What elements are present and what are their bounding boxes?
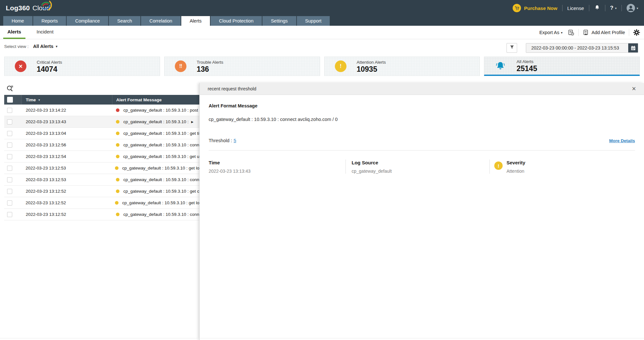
add-alert-profile-label: Add Alert Profile [592, 30, 625, 35]
row-message-cell: cp_gateway_default : 10.59.3.10 : conn [112, 212, 199, 217]
filter-button[interactable] [507, 43, 517, 53]
table-row[interactable]: 2022-03-23 13:12:54 cp_gateway_default :… [4, 151, 199, 162]
field-label: Severity [507, 160, 525, 166]
all-alerts-card[interactable]: All Alerts 25145 [484, 57, 640, 76]
view-dropdown[interactable]: All Alerts [33, 44, 53, 49]
page-bottom-divider [0, 338, 644, 338]
row-checkbox[interactable] [7, 142, 12, 148]
tab-correlation[interactable]: Correlation [141, 16, 181, 26]
attention-alerts-card[interactable]: ! Attention Alerts 10935 [324, 57, 480, 76]
row-message: cp_gateway_default : 10.59.3.10 : get c [123, 189, 199, 194]
table-row[interactable]: 2022-03-23 13:14:22 cp_gateway_default :… [4, 105, 199, 116]
header-divider [621, 5, 622, 11]
tab-support[interactable]: Support [297, 16, 330, 26]
table-row[interactable]: 2022-03-23 13:13:04 cp_gateway_default :… [4, 128, 199, 139]
row-checkbox[interactable] [7, 189, 12, 194]
subtab-alerts[interactable]: Alerts [3, 26, 25, 39]
alerts-subnav: Alerts Incident Export As ▾ [0, 26, 644, 39]
chevron-down-icon: ▾ [637, 6, 638, 10]
add-alert-profile-button[interactable]: Add Alert Profile [582, 29, 625, 36]
logo-swoosh-icon [39, 0, 53, 12]
chevron-down-icon[interactable]: ▾ [56, 44, 58, 49]
row-message: cp_gateway_default : 10.59.3.10 : get lo [122, 166, 199, 170]
row-message-cell: cp_gateway_default : 10.59.3.10 : post [112, 108, 199, 113]
row-time: 2022-03-23 13:12:52 [22, 200, 111, 205]
row-time: 2022-03-23 13:12:52 [22, 212, 112, 217]
tab-reports[interactable]: Reports [33, 16, 66, 26]
threshold-label: Threshold : [209, 138, 232, 143]
table-row[interactable]: 2022-03-23 13:12:52 cp_gateway_default :… [4, 197, 199, 209]
row-checkbox[interactable] [7, 200, 12, 206]
field-log-source: Log Source cp_gateway_default [346, 160, 489, 174]
license-button[interactable]: License [567, 5, 584, 11]
row-time: 2022-03-23 13:12:53 [22, 166, 111, 170]
row-time: 2022-03-23 13:12:56 [22, 142, 112, 147]
select-all-checkbox[interactable] [7, 97, 13, 103]
trouble-alerts-card[interactable]: !! Trouble Alerts 136 [164, 57, 320, 76]
row-message: cp_gateway_default : 10.59.3.10 : get u [123, 154, 199, 159]
schedule-export-button[interactable] [568, 29, 574, 36]
trouble-icon: !! [175, 60, 186, 72]
row-checkbox[interactable] [7, 154, 12, 159]
field-label: Log Source [352, 160, 392, 166]
date-range-picker[interactable]: 2022-03-23 00:00:00 - 2022-03-23 13:15:5… [526, 43, 638, 53]
header-checkbox-cell [4, 95, 22, 105]
settings-gear-button[interactable] [633, 29, 640, 36]
field-value: 2022-03-23 13:13:43 [209, 169, 251, 174]
table-row[interactable]: 2022-03-23 13:12:52 cp_gateway_default :… [4, 209, 199, 220]
tab-home[interactable]: Home [3, 16, 33, 26]
tab-cloud-protection[interactable]: Cloud Protection [211, 16, 262, 26]
row-message: cp_gateway_default : 10.59.3.10 : get ti [123, 131, 199, 136]
subtab-incident[interactable]: Incident [33, 26, 58, 39]
card-text: All Alerts 25145 [516, 59, 537, 73]
row-checkbox[interactable] [7, 166, 12, 171]
export-as-button[interactable]: Export As ▾ [539, 30, 563, 35]
critical-alerts-card[interactable]: × Critical Alerts 14074 [4, 57, 160, 76]
tab-settings[interactable]: Settings [262, 16, 296, 26]
detail-panel-title: recent request threshold [208, 86, 256, 91]
severity-dot-icon [116, 178, 119, 181]
search-icon[interactable] [6, 85, 14, 94]
severity-dot-icon [116, 143, 119, 147]
help-menu-button[interactable]: ? ▾ [610, 5, 617, 11]
calendar-button[interactable] [628, 43, 638, 52]
tab-compliance[interactable]: Compliance [67, 16, 108, 26]
row-message-cell: cp_gateway_default : 10.59.3.10 : get c [112, 189, 199, 194]
table-row-selected[interactable]: 2022-03-23 13:13:43 cp_gateway_default :… [4, 116, 199, 128]
severity-dot-icon [116, 120, 119, 124]
subnav-actions: Export As ▾ [539, 26, 640, 39]
alerts-table: Time ▾ Alert Format Message 2022-03-23 1… [4, 83, 199, 220]
notifications-button[interactable] [594, 5, 600, 12]
user-menu-button[interactable]: ▾ [627, 4, 638, 12]
table-row[interactable]: 2022-03-23 13:12:53 cp_gateway_default :… [4, 162, 199, 174]
row-checkbox[interactable] [7, 119, 12, 124]
close-icon[interactable]: × [632, 86, 636, 92]
card-label: Attention Alerts [357, 60, 386, 65]
table-row[interactable]: 2022-03-23 13:12:53 cp_gateway_default :… [4, 174, 199, 186]
severity-dot-icon [116, 132, 119, 135]
severity-dot-icon [115, 201, 118, 205]
row-checkbox[interactable] [7, 177, 12, 182]
table-row[interactable]: 2022-03-23 13:12:52 cp_gateway_default :… [4, 186, 199, 197]
subnav-divider [629, 29, 629, 36]
field-value: Attention [507, 169, 525, 174]
row-time: 2022-03-23 13:12:54 [22, 154, 112, 159]
field-time: Time 2022-03-23 13:13:43 [209, 160, 346, 174]
row-checkbox[interactable] [7, 131, 12, 136]
row-checkbox-cell [4, 200, 22, 206]
purchase-now-button[interactable]: Purchase Now [513, 4, 557, 12]
tab-alerts[interactable]: Alerts [181, 16, 210, 26]
sort-descending-icon[interactable]: ▾ [38, 98, 40, 102]
row-time: 2022-03-23 13:12:52 [22, 189, 112, 194]
table-row[interactable]: 2022-03-23 13:12:56 cp_gateway_default :… [4, 139, 199, 151]
tab-search[interactable]: Search [109, 16, 140, 26]
threshold-value-link[interactable]: 5 [234, 138, 236, 143]
card-value: 25145 [516, 64, 537, 73]
row-checkbox[interactable] [7, 212, 12, 217]
card-label: Trouble Alerts [197, 60, 223, 65]
column-header-time[interactable]: Time ▾ [22, 95, 112, 105]
more-details-link[interactable]: More Details [609, 138, 635, 143]
severity-dot-icon [116, 213, 119, 216]
row-message-cell: cp_gateway_default : 10.59.3.10 : conn [112, 177, 199, 182]
row-checkbox[interactable] [7, 108, 12, 113]
